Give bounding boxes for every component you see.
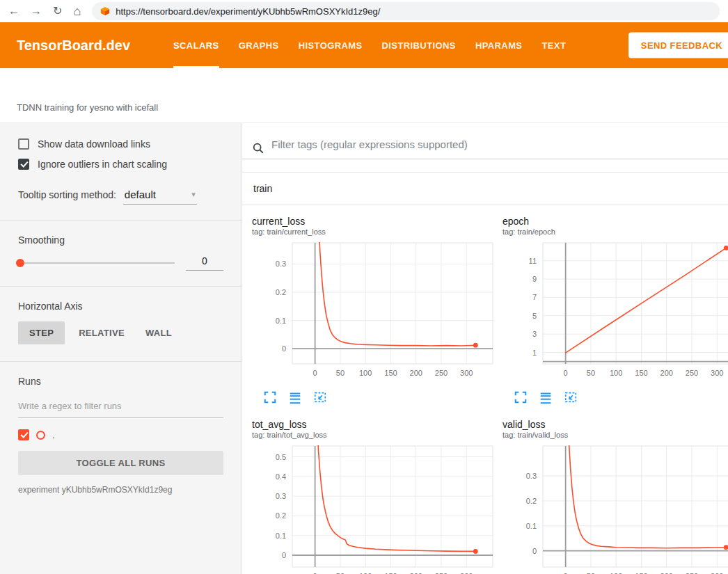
runs-label: Runs: [18, 376, 223, 387]
line-chart[interactable]: 00.10.20.3050100150200250300: [503, 442, 728, 574]
line-chart-svg: 00.10.20.3050100150200250300: [503, 442, 728, 574]
svg-text:150: 150: [635, 369, 647, 377]
run-checkbox[interactable]: [18, 429, 29, 440]
experiment-description: TDNN training for yesno with icefall: [17, 102, 158, 113]
expand-chart-icon[interactable]: [263, 390, 277, 404]
line-chart-svg: 00.10.20.3050100150200250300: [252, 239, 497, 385]
tab-distributions[interactable]: DISTRIBUTIONS: [372, 22, 466, 68]
chart-tag: tag: train/valid_loss: [503, 431, 728, 439]
log-scale-icon[interactable]: [288, 390, 302, 404]
fit-domain-icon[interactable]: [564, 390, 578, 404]
tensorboard-favicon-icon: [100, 6, 110, 16]
svg-text:0.3: 0.3: [276, 260, 286, 268]
svg-text:200: 200: [410, 369, 422, 377]
ignore-outliers-checkbox[interactable]: [18, 159, 29, 170]
smoothing-slider[interactable]: [18, 262, 175, 264]
show-download-links-checkbox[interactable]: [18, 138, 29, 150]
svg-text:200: 200: [660, 369, 673, 377]
filter-tags-row: [242, 123, 728, 159]
svg-text:0.2: 0.2: [526, 497, 537, 505]
smoothing-label: Smoothing: [18, 234, 223, 246]
experiment-id-note: experiment yKUbhb5wRmOSXYkId1z9eg: [18, 485, 223, 495]
svg-text:0: 0: [313, 369, 317, 377]
brand-title: TensorBoard.dev: [17, 38, 130, 54]
chart-title: tot_avg_loss: [252, 418, 497, 431]
chart-card-tot-avg-loss: tot_avg_loss tag: train/tot_avg_loss 00.…: [252, 418, 497, 574]
tab-scalars[interactable]: SCALARS: [164, 22, 229, 68]
tab-hparams[interactable]: HPARAMS: [466, 22, 532, 68]
run-name: .: [52, 430, 55, 440]
ignore-outliers-label: Ignore outliers in chart scaling: [38, 159, 167, 170]
svg-text:5: 5: [532, 312, 537, 320]
horizontal-axis-label: Horizontal Axis: [18, 301, 223, 312]
tooltip-sorting-label: Tooltip sorting method:: [18, 189, 116, 200]
svg-text:9: 9: [532, 275, 537, 283]
tab-histograms[interactable]: HISTOGRAMS: [289, 22, 372, 68]
axis-relative-button[interactable]: RELATIVE: [72, 321, 132, 344]
fit-domain-icon[interactable]: [313, 390, 327, 404]
svg-text:7: 7: [532, 293, 537, 301]
svg-text:0: 0: [532, 547, 537, 555]
ignore-outliers-row[interactable]: Ignore outliers in chart scaling: [18, 159, 223, 170]
svg-text:0.5: 0.5: [276, 453, 286, 461]
show-download-links-row[interactable]: Show data download links: [18, 138, 223, 150]
svg-text:0.2: 0.2: [276, 511, 286, 520]
chart-actions: [252, 388, 497, 411]
svg-text:0: 0: [564, 369, 568, 377]
runs-filter-input[interactable]: [18, 397, 223, 418]
svg-text:11: 11: [529, 257, 537, 265]
smoothing-value[interactable]: 0: [186, 255, 223, 271]
line-chart[interactable]: 00.10.20.30.40.5050100150200250300: [252, 442, 497, 574]
scalars-main: train current_loss tag: train/current_lo…: [242, 123, 728, 574]
search-icon: [252, 142, 264, 154]
line-chart[interactable]: 1357911050100150200250300: [503, 239, 728, 388]
divider: [0, 361, 242, 362]
axis-step-button[interactable]: STEP: [18, 321, 65, 344]
train-section-header[interactable]: train: [242, 173, 728, 205]
chart-tag: tag: train/tot_avg_loss: [252, 431, 497, 439]
chart-card-epoch: epoch tag: train/epoch 13579110501001502…: [503, 215, 728, 411]
divider: [0, 220, 242, 221]
svg-text:0.3: 0.3: [276, 492, 286, 500]
svg-text:0.1: 0.1: [526, 522, 537, 530]
line-chart[interactable]: 00.10.20.3050100150200250300: [252, 239, 497, 388]
train-section-card: train current_loss tag: train/current_lo…: [242, 172, 728, 574]
run-row[interactable]: .: [18, 429, 223, 440]
log-scale-icon[interactable]: [539, 390, 553, 404]
browser-toolbar: ← → ↻ ⌂ https://tensorboard.dev/experime…: [0, 0, 728, 22]
svg-text:0.1: 0.1: [276, 317, 286, 325]
axis-wall-button[interactable]: WALL: [139, 321, 179, 344]
svg-text:150: 150: [384, 369, 397, 377]
svg-text:50: 50: [587, 369, 595, 377]
tab-text[interactable]: TEXT: [532, 22, 576, 68]
chart-card-current-loss: current_loss tag: train/current_loss 00.…: [252, 215, 497, 411]
home-icon[interactable]: ⌂: [73, 5, 81, 17]
svg-text:100: 100: [359, 369, 372, 377]
svg-text:300: 300: [711, 369, 723, 377]
svg-text:100: 100: [610, 369, 622, 377]
experiment-subheader: TDNN training for yesno with icefall: [0, 68, 728, 123]
line-chart-svg: 00.10.20.30.40.5050100150200250300: [252, 442, 497, 574]
show-download-links-label: Show data download links: [38, 138, 150, 150]
address-bar[interactable]: https://tensorboard.dev/experiment/yKUbh…: [92, 2, 720, 20]
back-icon[interactable]: ←: [8, 6, 19, 17]
smoothing-slider-row: 0: [18, 255, 223, 271]
smoothing-slider-thumb[interactable]: [16, 259, 24, 267]
chart-actions: [503, 388, 728, 411]
tab-graphs[interactable]: GRAPHS: [229, 22, 289, 68]
filter-tags-input[interactable]: [271, 137, 728, 159]
toggle-all-runs-button[interactable]: TOGGLE ALL RUNS: [18, 451, 223, 475]
expand-chart-icon[interactable]: [514, 390, 528, 404]
svg-text:50: 50: [336, 369, 345, 377]
forward-icon[interactable]: →: [31, 6, 42, 17]
svg-text:0.4: 0.4: [276, 472, 286, 481]
tooltip-sorting-dropdown[interactable]: default ▾: [123, 188, 197, 205]
svg-text:1: 1: [532, 349, 537, 357]
svg-text:0.1: 0.1: [276, 532, 286, 540]
svg-text:250: 250: [686, 369, 698, 377]
svg-text:3: 3: [532, 330, 537, 338]
send-feedback-button[interactable]: SEND FEEDBACK: [628, 33, 728, 58]
refresh-icon[interactable]: ↻: [53, 6, 62, 17]
svg-text:0: 0: [282, 344, 286, 353]
svg-text:0.2: 0.2: [276, 288, 286, 296]
